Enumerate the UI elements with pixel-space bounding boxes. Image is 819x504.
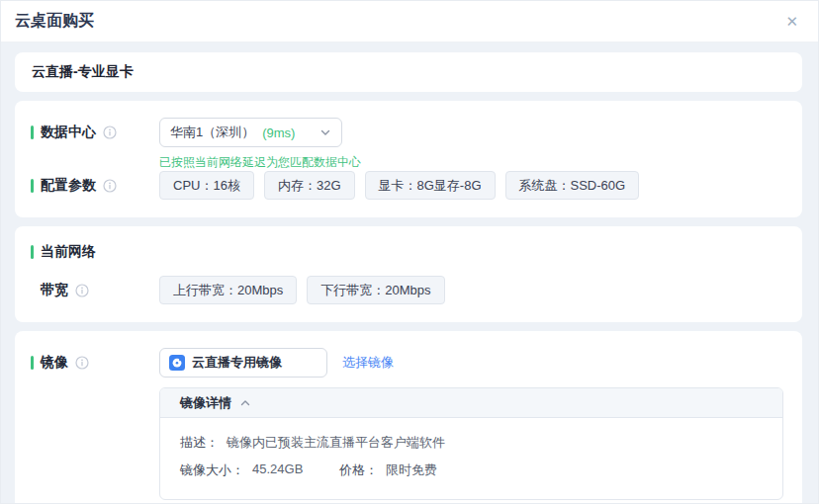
datacenter-select[interactable]: 华南1（深圳） (9ms) xyxy=(159,118,342,147)
config-tags: CPU：16核 内存：32G 显卡：8G显存-8G 系统盘：SSD-60G xyxy=(159,171,639,200)
accent-bar xyxy=(31,245,34,259)
image-detail-body: 描述： 镜像内已预装主流直播平台客户端软件 镜像大小： 45.24GB 价格： … xyxy=(160,418,782,499)
config-tag-disk: 系统盘：SSD-60G xyxy=(505,171,640,200)
datacenter-label-group: 数据中心 xyxy=(31,118,159,147)
accent-bar xyxy=(31,179,34,193)
dialog-body: 云直播-专业显卡 数据中心 华南1（深圳） (9ms) xyxy=(1,42,818,503)
accent-bar xyxy=(31,126,34,139)
image-label-group: 镜像 xyxy=(31,348,159,378)
close-icon[interactable]: ✕ xyxy=(781,10,802,33)
network-title-group: 当前网络 xyxy=(31,243,786,261)
config-tag-memory: 内存：32G xyxy=(264,171,355,200)
price-label: 价格： xyxy=(339,462,378,479)
choose-image-link[interactable]: 选择镜像 xyxy=(342,348,394,378)
datacenter-row: 数据中心 华南1（深圳） (9ms) xyxy=(31,118,786,147)
datacenter-label: 数据中心 xyxy=(41,124,96,141)
image-label: 镜像 xyxy=(41,354,68,372)
size-price-row: 镜像大小： 45.24GB 价格： 限时免费 xyxy=(180,462,763,479)
accent-bar xyxy=(31,356,34,370)
image-input[interactable]: 云直播专用镜像 xyxy=(159,348,327,378)
config-row: 配置参数 CPU：16核 内存：32G 显卡：8G显存-8G 系统盘：SSD-6… xyxy=(31,171,786,201)
dialog-title: 云桌面购买 xyxy=(15,11,94,32)
datacenter-latency: (9ms) xyxy=(262,126,295,140)
config-tag-gpu: 显卡：8G显存-8G xyxy=(365,171,496,200)
description-label: 描述： xyxy=(180,434,219,452)
bandwidth-label: 带宽 xyxy=(41,282,68,299)
dialog-header: 云桌面购买 ✕ xyxy=(1,1,818,42)
chevron-down-icon xyxy=(319,126,331,138)
network-title: 当前网络 xyxy=(41,243,96,261)
chevron-up-icon xyxy=(239,397,251,409)
bandwidth-label-group: 带宽 xyxy=(31,276,159,305)
info-icon[interactable] xyxy=(103,179,117,193)
bandwidth-tag-up: 上行带宽：20Mbps xyxy=(159,276,297,304)
image-card: 镜像 云直播专用镜像 选择镜像 镜像详情 xyxy=(15,331,802,503)
info-icon[interactable] xyxy=(75,284,89,297)
image-detail-title: 镜像详情 xyxy=(180,394,231,412)
package-card: 云直播-专业显卡 xyxy=(15,52,802,92)
description-row: 描述： 镜像内已预装主流直播平台客户端软件 xyxy=(180,434,763,452)
config-label-group: 配置参数 xyxy=(31,171,159,201)
bandwidth-tag-down: 下行带宽：20Mbps xyxy=(307,276,444,304)
price-value: 限时免费 xyxy=(386,462,437,479)
info-icon[interactable] xyxy=(75,356,89,370)
size-label: 镜像大小： xyxy=(180,462,244,479)
package-name: 云直播-专业显卡 xyxy=(32,63,134,81)
image-row: 镜像 云直播专用镜像 选择镜像 xyxy=(31,348,786,378)
image-name: 云直播专用镜像 xyxy=(192,354,282,372)
datacenter-hint: 已按照当前网络延迟为您匹配数据中心 xyxy=(159,154,786,171)
config-tag-cpu: CPU：16核 xyxy=(159,171,254,200)
size-group: 镜像大小： 45.24GB xyxy=(180,462,339,479)
config-card: 数据中心 华南1（深圳） (9ms) 已按照当前网络延迟为您匹配数据中心 xyxy=(15,101,802,217)
bandwidth-row: 带宽 上行带宽：20Mbps 下行带宽：20Mbps xyxy=(31,276,786,305)
info-icon[interactable] xyxy=(103,126,117,139)
size-value: 45.24GB xyxy=(252,462,303,479)
datacenter-selected-value: 华南1（深圳） xyxy=(170,124,254,141)
image-detail-panel: 镜像详情 描述： 镜像内已预装主流直播平台客户端软件 镜像大小： 45.24GB xyxy=(159,387,783,500)
price-group: 价格： 限时免费 xyxy=(339,462,437,479)
disc-image-icon xyxy=(169,355,185,371)
purchase-dialog: 云桌面购买 ✕ 云直播-专业显卡 数据中心 华南1（深圳） (9ms) xyxy=(0,0,819,504)
bandwidth-tags: 上行带宽：20Mbps 下行带宽：20Mbps xyxy=(159,276,445,304)
description-value: 镜像内已预装主流直播平台客户端软件 xyxy=(227,434,445,452)
image-detail-header[interactable]: 镜像详情 xyxy=(160,388,782,418)
config-label: 配置参数 xyxy=(41,177,96,195)
network-card: 当前网络 带宽 上行带宽：20Mbps 下行带宽：20Mbps xyxy=(15,226,802,322)
